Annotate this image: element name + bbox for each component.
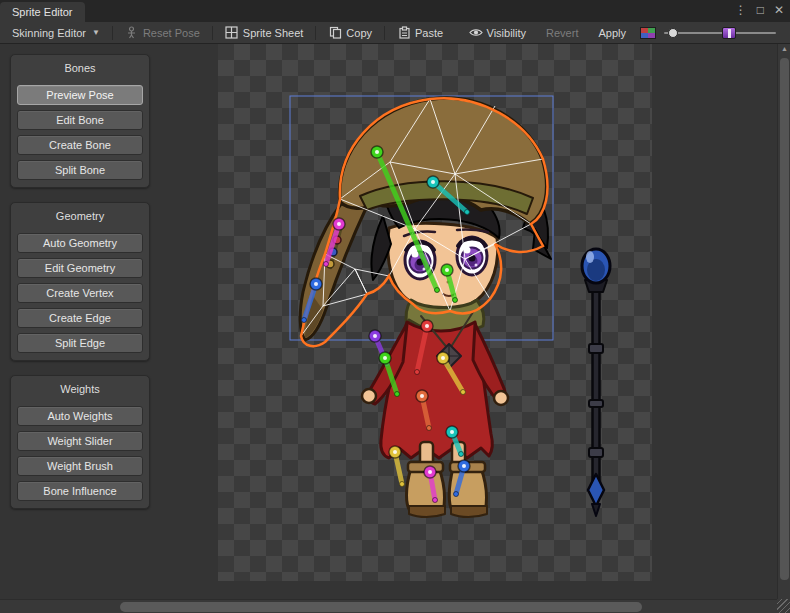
zoom-slider-handle[interactable]: [668, 28, 678, 38]
apply-button[interactable]: Apply: [592, 25, 632, 41]
bone-joint-center: [337, 222, 341, 226]
revert-label: Revert: [546, 27, 578, 39]
copy-button[interactable]: Copy: [322, 24, 378, 41]
bone-tip[interactable]: [435, 288, 440, 293]
tool-panels: Bones Preview Pose Edit Bone Create Bone…: [10, 54, 150, 523]
mode-dropdown[interactable]: Skinning Editor ▼: [6, 25, 106, 41]
weight-slider-button[interactable]: Weight Slider: [17, 431, 143, 451]
bone-joint-center: [373, 334, 377, 338]
sprite-sheet-icon: [225, 26, 239, 39]
toolbar-separator: [112, 26, 113, 40]
canvas-area[interactable]: Bones Preview Pose Edit Bone Create Bone…: [0, 44, 790, 599]
horizontal-scrollbar[interactable]: [0, 599, 777, 613]
visibility-button[interactable]: Visibility: [463, 24, 533, 41]
title-bar: Sprite Editor ⋮ □ ✕: [0, 0, 790, 22]
panel-weights-title: Weights: [17, 381, 143, 401]
sprite-canvas-svg[interactable]: [155, 44, 777, 599]
bone-joint-center: [431, 180, 435, 184]
bone-tip[interactable]: [459, 452, 464, 457]
copy-icon: [328, 26, 342, 39]
close-icon[interactable]: ✕: [774, 3, 784, 17]
revert-button[interactable]: Revert: [540, 25, 584, 41]
tab-sprite-editor[interactable]: Sprite Editor: [0, 2, 85, 22]
maximize-icon[interactable]: □: [757, 3, 764, 17]
resize-grip[interactable]: [777, 599, 790, 613]
character-sprite: [300, 98, 551, 517]
bone-joint-center: [445, 268, 449, 272]
sprite-sheet-button[interactable]: Sprite Sheet: [219, 24, 310, 41]
auto-geometry-button[interactable]: Auto Geometry: [17, 233, 143, 253]
bone-joint-center: [425, 324, 429, 328]
window-controls: ⋮ □ ✕: [735, 3, 784, 17]
bone-joint-center: [393, 450, 397, 454]
paste-label: Paste: [415, 27, 443, 39]
panel-bones: Bones Preview Pose Edit Bone Create Bone…: [10, 54, 150, 188]
bone-tip[interactable]: [427, 426, 432, 431]
mode-dropdown-label: Skinning Editor: [12, 27, 86, 39]
panel-geometry-title: Geometry: [17, 208, 143, 228]
bone-joint-center: [462, 464, 466, 468]
swatch-purple: [648, 33, 655, 38]
copy-label: Copy: [346, 27, 372, 39]
swatch-blue: [641, 33, 648, 38]
scroll-up-arrow-icon[interactable]: ▲: [778, 45, 790, 52]
vertical-scrollbar[interactable]: ▲: [777, 44, 790, 599]
bone-joint-center: [420, 394, 424, 398]
visibility-label: Visibility: [487, 27, 527, 39]
bone-joint-center: [375, 150, 379, 154]
bone-joint-center: [450, 430, 454, 434]
tab-title: Sprite Editor: [12, 6, 73, 18]
staff-sprite: [582, 249, 610, 516]
bone-tip[interactable]: [465, 210, 470, 215]
apply-label: Apply: [598, 27, 626, 39]
panel-weights: Weights Auto Weights Weight Slider Weigh…: [10, 375, 150, 509]
split-bone-button[interactable]: Split Bone: [17, 160, 143, 180]
bone-opacity-handle[interactable]: [728, 29, 731, 38]
bone-joint-center: [314, 282, 318, 286]
bone-opacity-slider[interactable]: [722, 27, 736, 39]
paste-icon: [397, 26, 411, 39]
reset-pose-button[interactable]: Reset Pose: [119, 24, 206, 41]
bone-tip[interactable]: [395, 392, 400, 397]
vertical-scrollbar-thumb[interactable]: [780, 58, 789, 580]
zoom-slider[interactable]: [664, 26, 776, 40]
sprite-editor-window: Sprite Editor ⋮ □ ✕ Skinning Editor ▼ Re…: [0, 0, 790, 613]
bone-tip[interactable]: [454, 492, 459, 497]
bone-tip[interactable]: [433, 498, 438, 503]
color-swatch-icon[interactable]: [640, 27, 656, 39]
create-edge-button[interactable]: Create Edge: [17, 308, 143, 328]
zoom-slider-track[interactable]: [664, 32, 776, 34]
edit-bone-button[interactable]: Edit Bone: [17, 110, 143, 130]
bone-tip[interactable]: [453, 298, 458, 303]
bone-tip[interactable]: [415, 370, 420, 375]
bone-tip[interactable]: [302, 318, 307, 323]
bone-joint-center: [441, 356, 445, 360]
bone-joint-center: [383, 356, 387, 360]
auto-weights-button[interactable]: Auto Weights: [17, 406, 143, 426]
toolbar: Skinning Editor ▼ Reset Pose Sprite Shee…: [0, 22, 790, 44]
weight-brush-button[interactable]: Weight Brush: [17, 456, 143, 476]
visibility-eye-icon: [469, 26, 483, 39]
edit-geometry-button[interactable]: Edit Geometry: [17, 258, 143, 278]
bone-tip[interactable]: [400, 482, 405, 487]
create-vertex-button[interactable]: Create Vertex: [17, 283, 143, 303]
bone-tip[interactable]: [461, 390, 466, 395]
chevron-down-icon: ▼: [92, 28, 100, 37]
toolbar-separator: [212, 26, 213, 40]
window-menu-icon[interactable]: ⋮: [735, 3, 747, 17]
panel-geometry: Geometry Auto Geometry Edit Geometry Cre…: [10, 202, 150, 361]
split-edge-button[interactable]: Split Edge: [17, 333, 143, 353]
paste-button[interactable]: Paste: [391, 24, 449, 41]
create-bone-button[interactable]: Create Bone: [17, 135, 143, 155]
bone-tip[interactable]: [324, 262, 329, 267]
panel-bones-title: Bones: [17, 60, 143, 80]
bone-influence-button[interactable]: Bone Influence: [17, 481, 143, 501]
preview-pose-button[interactable]: Preview Pose: [17, 85, 143, 105]
reset-pose-label: Reset Pose: [143, 27, 200, 39]
toolbar-right-group: Visibility Revert Apply: [463, 24, 784, 41]
horizontal-scrollbar-thumb[interactable]: [120, 602, 642, 612]
reset-pose-icon: [125, 26, 139, 39]
bone-joint-center: [428, 470, 432, 474]
toolbar-separator: [384, 26, 385, 40]
sprite-sheet-label: Sprite Sheet: [243, 27, 304, 39]
